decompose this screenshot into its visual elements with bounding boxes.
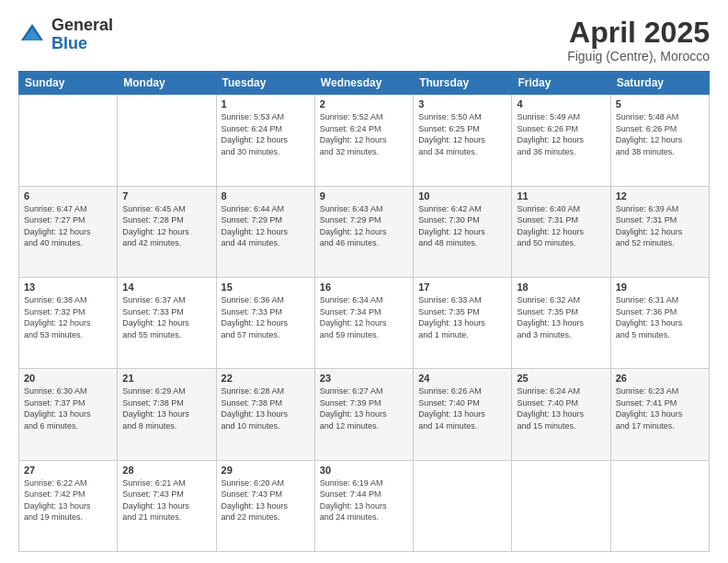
table-row: 28Sunrise: 6:21 AM Sunset: 7:43 PM Dayli…	[118, 460, 216, 551]
day-number: 26	[616, 373, 704, 384]
table-row: 4Sunrise: 5:49 AM Sunset: 6:26 PM Daylig…	[512, 95, 610, 186]
week-row-3: 13Sunrise: 6:38 AM Sunset: 7:32 PM Dayli…	[19, 277, 710, 368]
logo-text: General Blue	[51, 17, 113, 53]
day-number: 18	[517, 282, 605, 293]
logo-icon	[18, 21, 46, 49]
day-number: 15	[222, 282, 310, 293]
day-number: 10	[418, 190, 506, 201]
week-row-1: 1Sunrise: 5:53 AM Sunset: 6:24 PM Daylig…	[19, 95, 710, 186]
day-info: Sunrise: 5:48 AM Sunset: 6:26 PM Dayligh…	[616, 111, 704, 157]
day-number: 1	[222, 98, 310, 109]
table-row: 2Sunrise: 5:52 AM Sunset: 6:24 PM Daylig…	[314, 95, 413, 186]
day-number: 22	[222, 373, 310, 384]
day-info: Sunrise: 6:31 AM Sunset: 7:36 PM Dayligh…	[616, 294, 704, 340]
day-info: Sunrise: 6:32 AM Sunset: 7:35 PM Dayligh…	[517, 294, 605, 340]
day-info: Sunrise: 6:42 AM Sunset: 7:30 PM Dayligh…	[418, 203, 506, 249]
day-info: Sunrise: 6:19 AM Sunset: 7:44 PM Dayligh…	[320, 477, 408, 523]
table-row: 24Sunrise: 6:26 AM Sunset: 7:40 PM Dayli…	[414, 369, 512, 460]
table-row: 29Sunrise: 6:20 AM Sunset: 7:43 PM Dayli…	[216, 460, 314, 551]
day-info: Sunrise: 6:36 AM Sunset: 7:33 PM Dayligh…	[222, 294, 310, 340]
table-row: 21Sunrise: 6:29 AM Sunset: 7:38 PM Dayli…	[118, 369, 216, 460]
table-row: 15Sunrise: 6:36 AM Sunset: 7:33 PM Dayli…	[216, 277, 314, 368]
day-number: 5	[616, 98, 704, 109]
logo-blue-text: Blue	[51, 34, 87, 52]
day-info: Sunrise: 5:49 AM Sunset: 6:26 PM Dayligh…	[517, 111, 605, 157]
table-row: 30Sunrise: 6:19 AM Sunset: 7:44 PM Dayli…	[314, 460, 413, 551]
day-info: Sunrise: 6:39 AM Sunset: 7:31 PM Dayligh…	[616, 203, 704, 249]
weekday-header-row: Sunday Monday Tuesday Wednesday Thursday…	[19, 72, 710, 95]
day-number: 14	[122, 282, 210, 293]
day-number: 17	[418, 282, 506, 293]
header-monday: Monday	[118, 72, 216, 95]
table-row: 8Sunrise: 6:44 AM Sunset: 7:29 PM Daylig…	[216, 186, 314, 277]
table-row	[512, 460, 610, 551]
page: General Blue April 2025 Figuig (Centre),…	[0, 0, 728, 563]
day-info: Sunrise: 6:47 AM Sunset: 7:27 PM Dayligh…	[24, 203, 112, 249]
day-info: Sunrise: 6:24 AM Sunset: 7:40 PM Dayligh…	[517, 385, 605, 431]
table-row: 11Sunrise: 6:40 AM Sunset: 7:31 PM Dayli…	[512, 186, 610, 277]
day-info: Sunrise: 6:30 AM Sunset: 7:37 PM Dayligh…	[24, 385, 112, 431]
table-row: 17Sunrise: 6:33 AM Sunset: 7:35 PM Dayli…	[414, 277, 512, 368]
day-number: 21	[122, 373, 210, 384]
day-number: 7	[122, 190, 210, 201]
table-row: 14Sunrise: 6:37 AM Sunset: 7:33 PM Dayli…	[118, 277, 216, 368]
header-friday: Friday	[512, 72, 610, 95]
table-row: 22Sunrise: 6:28 AM Sunset: 7:38 PM Dayli…	[216, 369, 314, 460]
table-row: 6Sunrise: 6:47 AM Sunset: 7:27 PM Daylig…	[19, 186, 118, 277]
day-number: 13	[24, 282, 112, 293]
day-number: 6	[24, 190, 112, 201]
day-number: 9	[320, 190, 408, 201]
day-number: 4	[517, 98, 605, 109]
table-row	[19, 95, 118, 186]
table-row: 13Sunrise: 6:38 AM Sunset: 7:32 PM Dayli…	[19, 277, 118, 368]
day-number: 3	[418, 98, 506, 109]
table-row: 7Sunrise: 6:45 AM Sunset: 7:28 PM Daylig…	[118, 186, 216, 277]
day-info: Sunrise: 6:43 AM Sunset: 7:29 PM Dayligh…	[320, 203, 408, 249]
header-sunday: Sunday	[19, 72, 118, 95]
logo: General Blue	[18, 17, 113, 53]
day-info: Sunrise: 6:33 AM Sunset: 7:35 PM Dayligh…	[418, 294, 506, 340]
day-number: 11	[517, 190, 605, 201]
day-info: Sunrise: 6:38 AM Sunset: 7:32 PM Dayligh…	[24, 294, 112, 340]
week-row-5: 27Sunrise: 6:22 AM Sunset: 7:42 PM Dayli…	[19, 460, 710, 551]
day-number: 28	[122, 465, 210, 476]
day-info: Sunrise: 5:53 AM Sunset: 6:24 PM Dayligh…	[222, 111, 310, 157]
day-info: Sunrise: 6:20 AM Sunset: 7:43 PM Dayligh…	[222, 477, 310, 523]
table-row: 12Sunrise: 6:39 AM Sunset: 7:31 PM Dayli…	[610, 186, 709, 277]
day-number: 19	[616, 282, 704, 293]
day-info: Sunrise: 6:22 AM Sunset: 7:42 PM Dayligh…	[24, 477, 112, 523]
day-info: Sunrise: 6:28 AM Sunset: 7:38 PM Dayligh…	[222, 385, 310, 431]
day-number: 25	[517, 373, 605, 384]
day-number: 20	[24, 373, 112, 384]
table-row: 19Sunrise: 6:31 AM Sunset: 7:36 PM Dayli…	[610, 277, 709, 368]
day-number: 8	[222, 190, 310, 201]
table-row: 16Sunrise: 6:34 AM Sunset: 7:34 PM Dayli…	[314, 277, 413, 368]
header-thursday: Thursday	[414, 72, 512, 95]
day-info: Sunrise: 6:23 AM Sunset: 7:41 PM Dayligh…	[616, 385, 704, 431]
day-info: Sunrise: 6:34 AM Sunset: 7:34 PM Dayligh…	[320, 294, 408, 340]
table-row: 27Sunrise: 6:22 AM Sunset: 7:42 PM Dayli…	[19, 460, 118, 551]
header-saturday: Saturday	[610, 72, 709, 95]
day-number: 30	[320, 465, 408, 476]
table-row	[610, 460, 709, 551]
day-info: Sunrise: 6:27 AM Sunset: 7:39 PM Dayligh…	[320, 385, 408, 431]
table-row: 10Sunrise: 6:42 AM Sunset: 7:30 PM Dayli…	[414, 186, 512, 277]
day-number: 12	[616, 190, 704, 201]
table-row: 5Sunrise: 5:48 AM Sunset: 6:26 PM Daylig…	[610, 95, 709, 186]
title-block: April 2025 Figuig (Centre), Morocco	[567, 17, 710, 63]
day-info: Sunrise: 5:52 AM Sunset: 6:24 PM Dayligh…	[320, 111, 408, 157]
day-number: 29	[222, 465, 310, 476]
day-info: Sunrise: 6:45 AM Sunset: 7:28 PM Dayligh…	[122, 203, 210, 249]
day-info: Sunrise: 5:50 AM Sunset: 6:25 PM Dayligh…	[418, 111, 506, 157]
day-number: 2	[320, 98, 408, 109]
table-row: 18Sunrise: 6:32 AM Sunset: 7:35 PM Dayli…	[512, 277, 610, 368]
day-info: Sunrise: 6:40 AM Sunset: 7:31 PM Dayligh…	[517, 203, 605, 249]
week-row-2: 6Sunrise: 6:47 AM Sunset: 7:27 PM Daylig…	[19, 186, 710, 277]
header-tuesday: Tuesday	[216, 72, 314, 95]
day-info: Sunrise: 6:29 AM Sunset: 7:38 PM Dayligh…	[122, 385, 210, 431]
title-location: Figuig (Centre), Morocco	[567, 49, 710, 63]
logo-general-text: General	[51, 16, 113, 34]
day-number: 27	[24, 465, 112, 476]
table-row: 1Sunrise: 5:53 AM Sunset: 6:24 PM Daylig…	[216, 95, 314, 186]
day-number: 23	[320, 373, 408, 384]
